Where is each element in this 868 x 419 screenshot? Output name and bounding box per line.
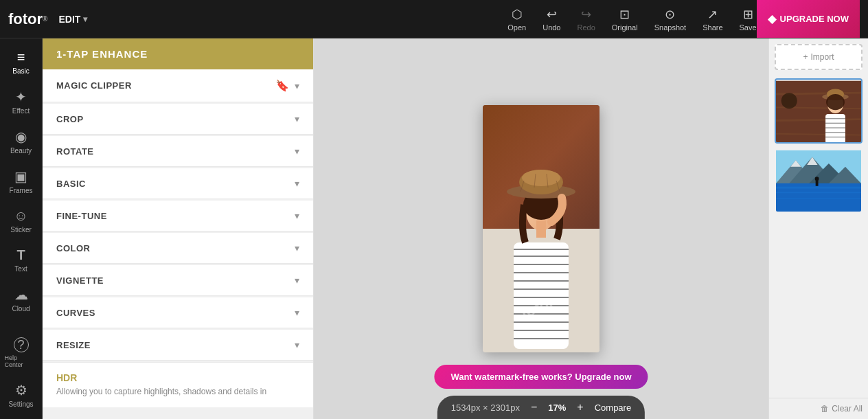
- upgrade-banner-text: Want watermark-free works? Upgrade now: [450, 372, 631, 382]
- frames-icon: ▣: [14, 168, 27, 185]
- hdr-description: Allowing you to capture highlights, shad…: [56, 386, 299, 398]
- sidebar-item-beauty-label: Beauty: [10, 147, 32, 155]
- sidebar-item-help[interactable]: ? Help Center: [2, 332, 41, 374]
- vignette-chevron-icon: ▾: [295, 275, 299, 286]
- text-icon: T: [16, 247, 25, 263]
- tool-color-header[interactable]: COLOR ▾: [43, 233, 313, 263]
- compare-button[interactable]: Compare: [595, 403, 631, 413]
- save-label: Save: [740, 23, 757, 32]
- tool-magic-clipper-header[interactable]: MAGIC CLIPPER 🔖 ▾: [43, 69, 313, 102]
- thumbnail-1[interactable]: [775, 78, 863, 144]
- dimensions-text: 1534px × 2301px: [451, 403, 520, 413]
- tool-fine-tune-header[interactable]: FINE-TUNE ▾: [43, 201, 313, 231]
- thumbnail-2[interactable]: [775, 148, 863, 213]
- clear-all-button[interactable]: 🗑 Clear All: [821, 404, 863, 414]
- basic-chevron-icon: ▾: [295, 178, 299, 189]
- svg-point-34: [781, 93, 797, 109]
- tool-basic: BASIC ▾: [43, 168, 313, 199]
- tool-basic-header[interactable]: BASIC ▾: [43, 168, 313, 199]
- sidebar-item-sticker[interactable]: ☺ Sticker: [2, 203, 41, 239]
- upgrade-banner[interactable]: Want watermark-free works? Upgrade now: [434, 365, 648, 389]
- tool-crop: CROP ▾: [43, 104, 313, 135]
- sidebar-item-cloud-label: Cloud: [12, 305, 30, 313]
- svg-rect-54: [776, 192, 861, 193]
- sidebar-item-beauty[interactable]: ◉ Beauty: [2, 123, 41, 160]
- sidebar-item-basic[interactable]: ≡ Basic: [2, 44, 41, 80]
- sidebar-item-cloud[interactable]: ☁ Cloud: [2, 281, 41, 318]
- toolbar: fotor® EDIT ▾ ⬡ Open ↩ Undo ↪ Redo ⊡ Ori…: [0, 0, 868, 38]
- svg-point-22: [522, 170, 560, 186]
- svg-rect-55: [776, 198, 861, 199]
- resize-chevron-icon: ▾: [295, 339, 299, 350]
- sidebar-item-text-label: Text: [14, 265, 27, 273]
- tools-panel: 1-TAP ENHANCE MAGIC CLIPPER 🔖 ▾ CROP ▾ R…: [43, 38, 314, 419]
- color-label: COLOR: [56, 243, 90, 253]
- diamond-icon: ◆: [768, 12, 776, 25]
- svg-rect-53: [776, 187, 861, 189]
- thumbnail-2-image: [776, 149, 861, 213]
- import-button[interactable]: + Import: [775, 44, 863, 70]
- basic-tool-label: BASIC: [56, 179, 86, 189]
- zoom-level: 17%: [548, 403, 566, 413]
- open-label: Open: [507, 23, 526, 32]
- tool-resize-header[interactable]: RESIZE ▾: [43, 330, 313, 360]
- tool-resize: RESIZE ▾: [43, 330, 313, 361]
- curves-chevron-icon: ▾: [295, 307, 299, 318]
- vignette-label: VIGNETTE: [56, 275, 104, 286]
- curves-label: CURVES: [56, 308, 95, 318]
- enhance-header[interactable]: 1-TAP ENHANCE: [43, 38, 313, 69]
- sidebar-item-basic-label: Basic: [12, 67, 29, 75]
- open-icon: ⬡: [512, 7, 523, 22]
- sidebar-item-effect[interactable]: ✦ Effect: [2, 83, 41, 120]
- edit-chevron-icon: ▾: [83, 14, 87, 24]
- fine-tune-label: FINE-TUNE: [56, 211, 107, 221]
- snapshot-icon: ⊙: [665, 7, 675, 22]
- sidebar-item-text[interactable]: T Text: [2, 242, 41, 278]
- undo-button[interactable]: ↩ Undo: [542, 7, 560, 32]
- sidebar-item-frames[interactable]: ▣ Frames: [2, 163, 41, 200]
- share-label: Share: [703, 23, 722, 32]
- color-chevron-icon: ▾: [295, 242, 299, 253]
- redo-label: Redo: [577, 23, 595, 32]
- open-button[interactable]: ⬡ Open: [507, 7, 526, 32]
- right-panel-bottom: 🗑 Clear All: [769, 398, 868, 419]
- resize-label: RESIZE: [56, 340, 91, 350]
- zoom-in-button[interactable]: +: [574, 401, 586, 414]
- tool-vignette-header[interactable]: VIGNETTE ▾: [43, 265, 313, 295]
- tool-rotate: ROTATE ▾: [43, 136, 313, 167]
- status-bar: 1534px × 2301px − 17% + Compare: [437, 396, 645, 419]
- tool-rotate-header[interactable]: ROTATE ▾: [43, 136, 313, 166]
- enhance-label: 1-TAP ENHANCE: [56, 48, 148, 60]
- canvas-area: fotor Want watermark-free works? Upgrade…: [314, 38, 768, 419]
- hdr-title: HDR: [56, 372, 299, 383]
- import-plus-icon: +: [803, 52, 808, 62]
- edit-menu[interactable]: EDIT ▾: [58, 14, 87, 25]
- hdr-section: HDR Allowing you to capture highlights, …: [43, 362, 313, 407]
- tool-crop-header[interactable]: CROP ▾: [43, 104, 313, 134]
- zoom-out-button[interactable]: −: [528, 401, 540, 414]
- tool-curves-header[interactable]: CURVES ▾: [43, 297, 313, 328]
- rotate-chevron-icon: ▾: [295, 146, 299, 157]
- trash-icon: 🗑: [821, 404, 829, 414]
- undo-icon: ↩: [547, 7, 557, 22]
- snapshot-button[interactable]: ⊙ Snapshot: [654, 7, 686, 32]
- original-button[interactable]: ⊡ Original: [612, 7, 638, 32]
- original-icon: ⊡: [619, 7, 630, 22]
- logo-text: fotor: [8, 10, 43, 28]
- save-button[interactable]: ⊞ Save: [740, 7, 757, 32]
- tool-magic-clipper: MAGIC CLIPPER 🔖 ▾: [43, 69, 313, 102]
- cloud-icon: ☁: [14, 286, 28, 303]
- upgrade-button[interactable]: ◆ UPGRADE NOW: [757, 0, 860, 38]
- tool-curves: CURVES ▾: [43, 297, 313, 328]
- rotate-label: ROTATE: [56, 146, 94, 157]
- app-logo: fotor®: [8, 10, 47, 28]
- snapshot-label: Snapshot: [654, 23, 686, 32]
- redo-button[interactable]: ↪ Redo: [577, 7, 595, 32]
- magic-clipper-label: MAGIC CLIPPER: [56, 80, 132, 91]
- sidebar-item-settings[interactable]: ⚙ Settings: [2, 376, 41, 414]
- sidebar-item-help-label: Help Center: [5, 354, 38, 368]
- share-button[interactable]: ↗ Share: [703, 7, 722, 32]
- sidebar-item-settings-label: Settings: [8, 400, 33, 408]
- undo-label: Undo: [542, 23, 560, 32]
- tool-color: COLOR ▾: [43, 233, 313, 264]
